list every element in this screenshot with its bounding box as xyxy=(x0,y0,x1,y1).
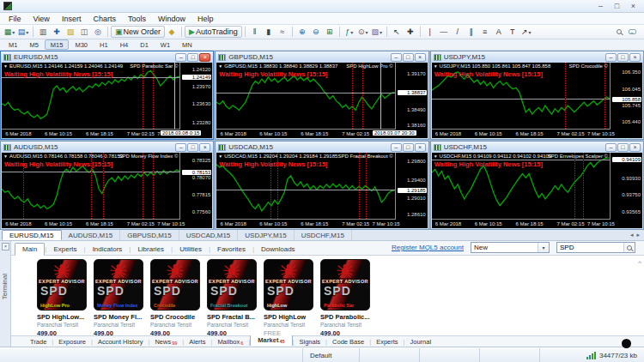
chart-close-button[interactable]: × xyxy=(629,143,641,152)
product-image[interactable]: EXPERT ADVISOR SPD Parabolic Sar xyxy=(320,259,370,311)
timeframe-w1[interactable]: W1 xyxy=(155,39,176,50)
timeframe-m15[interactable]: M15 xyxy=(45,39,70,50)
timeframe-h1[interactable]: H1 xyxy=(94,39,114,50)
chart-window-titlebar[interactable]: AUDUSD,M15 – □ × xyxy=(1,142,213,153)
market-product-card-3[interactable]: EXPERT ADVISOR SPD Crocodile SPD Crocodi… xyxy=(150,259,201,335)
chart-restore-button[interactable]: □ xyxy=(403,53,414,62)
menu-item-file[interactable]: File xyxy=(3,14,27,24)
chart-plot[interactable]: ▼GBPUSD,M15 1.38830 1.38840 1.38829 1.38… xyxy=(216,63,395,130)
tile-windows-icon[interactable]: ⊞ xyxy=(323,26,337,38)
terminal-tab-mailbox[interactable]: Mailbox6 xyxy=(212,338,248,346)
profiles-icon[interactable]: ▤▾ xyxy=(16,26,30,38)
periods-icon[interactable]: ⊙▾ xyxy=(356,26,370,38)
terminal-tab-signals[interactable]: Signals xyxy=(295,338,326,346)
market-tab-main[interactable]: Main xyxy=(15,243,45,256)
terminal-panel-icon[interactable]: ◫ xyxy=(77,26,91,38)
menu-item-help[interactable]: Help xyxy=(191,14,220,24)
chart-close-button[interactable]: × xyxy=(199,143,210,152)
chart-plot[interactable]: ▼EURUSD,M15 1.24146 1.24159 1.24046 1.24… xyxy=(2,63,180,130)
chevron-down-icon[interactable]: ▼ xyxy=(218,154,222,159)
chart-close-button[interactable]: × xyxy=(629,53,641,62)
chart-window-titlebar[interactable]: EURUSD,M15 – □ × xyxy=(1,51,213,63)
chart-restore-button[interactable]: □ xyxy=(617,143,629,152)
window-minimize-button[interactable]: – xyxy=(593,2,608,11)
market-search-button[interactable] xyxy=(623,243,635,252)
new-order-button[interactable]: ▣New Order xyxy=(111,26,165,38)
bar-chart-icon[interactable]: ‖ xyxy=(248,26,262,38)
tab-scroll-right-icon[interactable]: ▸ xyxy=(636,232,640,238)
menu-item-insert[interactable]: Insert xyxy=(56,14,88,24)
menu-item-window[interactable]: Window xyxy=(152,14,191,24)
timeframe-m5[interactable]: M5 xyxy=(23,39,44,50)
market-product-card-2[interactable]: EXPERT ADVISOR SPD Money Flow Index SPD … xyxy=(94,259,144,335)
templates-icon[interactable]: ▧▾ xyxy=(370,26,384,38)
chart-minimize-button[interactable]: – xyxy=(391,53,402,62)
indicators-icon[interactable]: ƒ▾ xyxy=(343,26,356,38)
timeframe-mn[interactable]: MN xyxy=(176,39,198,50)
market-tab-indicators[interactable]: Indicators xyxy=(86,244,130,255)
product-image[interactable]: EXPERT ADVISOR SPD Money Flow Index xyxy=(94,259,143,311)
chart-window-usdjpy[interactable]: USDJPY,M15 – □ × ▼USDJPY,M15 105.850 105… xyxy=(430,51,644,140)
chart-tab-audusd[interactable]: AUDUSD,M15 xyxy=(62,230,121,240)
market-tab-libraries[interactable]: Libraries xyxy=(131,244,171,255)
terminal-tab-alerts[interactable]: Alerts xyxy=(184,338,210,346)
line-chart-icon[interactable]: ≈ xyxy=(276,26,289,38)
tab-scroll-left-icon[interactable]: ◂ xyxy=(630,232,634,238)
market-tab-experts[interactable]: Experts xyxy=(46,244,83,255)
arrows-icon[interactable]: ↗▾ xyxy=(519,26,533,38)
crosshair-icon[interactable]: ✚ xyxy=(404,26,417,38)
candlestick-chart-icon[interactable]: ▮ xyxy=(262,26,276,38)
channel-icon[interactable]: ∥ xyxy=(465,26,478,38)
market-tab-utilities[interactable]: Utilities xyxy=(173,244,209,255)
market-product-card-4[interactable]: EXPERT ADVISOR SPD Fractal Breakout SPD … xyxy=(207,259,258,335)
chart-plot[interactable]: ▼AUDUSD,M15 0.78146 0.78158 0.78046 0.78… xyxy=(2,153,180,220)
chart-tab-eurusd[interactable]: EURUSD,M15 xyxy=(2,230,62,240)
product-image[interactable]: EXPERT ADVISOR SPD Fractal Breakout xyxy=(207,259,257,311)
chart-window-titlebar[interactable]: USDCAD,M15 – □ × xyxy=(216,142,428,153)
strategy-tester-icon[interactable]: ◎ xyxy=(91,26,105,38)
zoom-in-icon[interactable]: ⊕ xyxy=(295,26,309,38)
chart-window-eurusd[interactable]: EURUSD,M15 – □ × ▼EURUSD,M15 1.24146 1.2… xyxy=(0,51,214,140)
horizontal-line-icon[interactable]: — xyxy=(437,26,451,38)
chart-window-usdchf[interactable]: USDCHF,M15 – □ × ▼USDCHF,M15 0.94109 0.9… xyxy=(430,141,644,230)
window-close-button[interactable]: × xyxy=(626,2,641,11)
vertical-line-icon[interactable]: | xyxy=(423,26,437,38)
product-image[interactable]: EXPERT ADVISOR SPD HighLow xyxy=(264,259,313,311)
menu-item-view[interactable]: View xyxy=(27,14,56,24)
window-maximize-button[interactable]: □ xyxy=(610,2,624,11)
terminal-close-button[interactable]: × xyxy=(2,243,9,250)
terminal-tab-exposure[interactable]: Exposure xyxy=(53,338,91,346)
chart-tab-gbpusd[interactable]: GBPUSD,M15 xyxy=(120,230,179,240)
chart-restore-button[interactable]: □ xyxy=(187,143,198,152)
market-product-card-6[interactable]: EXPERT ADVISOR SPD Parabolic Sar SPD Par… xyxy=(320,259,371,335)
chart-restore-button[interactable]: □ xyxy=(617,53,629,62)
trendline-icon[interactable]: / xyxy=(451,26,465,38)
data-window-icon[interactable]: ✚ xyxy=(50,26,64,38)
terminal-tab-market[interactable]: Market45 xyxy=(250,335,292,346)
cursor-icon[interactable]: ↖ xyxy=(390,26,404,38)
chart-tab-usdjpy[interactable]: USDJPY,M15 xyxy=(238,230,294,240)
terminal-tab-trade[interactable]: Trade xyxy=(25,338,52,346)
market-tab-favorites[interactable]: Favorites xyxy=(210,244,252,255)
chevron-down-icon[interactable]: ▼ xyxy=(434,63,438,69)
chart-minimize-button[interactable]: – xyxy=(175,143,186,152)
chart-tab-usdcad[interactable]: USDCAD,M15 xyxy=(179,230,239,240)
new-chart-icon[interactable]: ▦▾ xyxy=(3,26,16,38)
label-icon[interactable]: T xyxy=(506,26,519,38)
chart-plot[interactable]: ▼USDJPY,M15 105.850 105.861 105.847 105.… xyxy=(432,63,611,130)
chevron-down-icon[interactable]: ▼ xyxy=(434,154,438,159)
chart-plot[interactable]: ▼USDCHF,M15 0.94109 0.94112 0.94102 0.94… xyxy=(432,153,611,220)
chart-minimize-button[interactable]: – xyxy=(605,143,617,152)
product-image[interactable]: EXPERT ADVISOR SPD Crocodile xyxy=(150,259,200,311)
chart-restore-button[interactable]: □ xyxy=(187,53,198,62)
terminal-tab-account-history[interactable]: Account History xyxy=(93,338,149,346)
terminal-tab-experts[interactable]: Experts xyxy=(371,338,403,346)
autotrading-button[interactable]: ▶AutoTrading xyxy=(185,26,242,38)
market-search-input[interactable] xyxy=(557,244,623,251)
menu-item-charts[interactable]: Charts xyxy=(87,14,122,24)
chart-restore-button[interactable]: □ xyxy=(403,143,414,152)
navigator-icon[interactable]: ▨ xyxy=(64,26,77,38)
market-tab-downloads[interactable]: Downloads xyxy=(254,244,302,255)
terminal-tab-code-base[interactable]: Code Base xyxy=(327,338,369,346)
market-watch-icon[interactable]: ▥ xyxy=(36,26,50,38)
